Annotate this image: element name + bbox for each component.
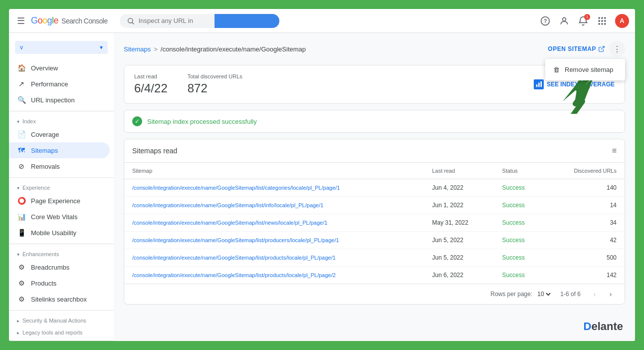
sidebar-item-breadcrumbs[interactable]: ⚙ Breadcrumbs — [9, 259, 110, 275]
sidebar-label-products: Products — [31, 280, 56, 287]
experience-arrow: ▾ — [17, 185, 19, 191]
col-discovered-urls: Discovered URLs — [546, 163, 625, 179]
sidebar-divider-5 — [9, 341, 114, 341]
see-index-coverage-button[interactable]: SEE INDEX COVERAGE — [534, 79, 615, 89]
table-row: /console/integration/execute/name/Google… — [124, 267, 625, 284]
breadcrumb-parent-link[interactable]: Sitemaps — [124, 45, 151, 53]
sidebar-section-enhancements[interactable]: ▾ Enhancements — [9, 247, 114, 259]
sidebar-item-coverage[interactable]: 📄 Coverage — [9, 126, 110, 142]
last-read-cell: Jun 5, 2022 — [424, 232, 494, 249]
sidebar-item-core-web-vitals[interactable]: 📊 Core Web Vitals — [9, 209, 110, 225]
sidebar-label-core-web-vitals: Core Web Vitals — [31, 213, 77, 221]
search-bar[interactable] — [120, 14, 279, 28]
next-page-button[interactable]: › — [605, 288, 617, 300]
main-layout: v ▾ 🏠 Overview ↗ Performance 🔍 URL inspe… — [9, 33, 635, 341]
more-options-button[interactable]: ⋮ 🗑 Remove sitemap — [609, 41, 625, 57]
products-icon: ⚙ — [17, 279, 26, 287]
sidebar-section-experience[interactable]: ▾ Experience — [9, 181, 114, 193]
sidebar-item-url-inspection[interactable]: 🔍 URL inspection — [9, 92, 110, 108]
topbar-actions: ? 1 A — [539, 14, 629, 28]
cwv-icon: 📊 — [17, 213, 26, 221]
notifications-icon[interactable]: 1 — [577, 15, 589, 27]
sitemap-cell: /console/integration/execute/name/Google… — [124, 232, 424, 249]
apps-icon[interactable] — [596, 15, 608, 27]
urls-cell: 500 — [546, 249, 625, 267]
pagination: ‹ › — [589, 288, 617, 300]
last-read-cell: Jun 1, 2022 — [424, 197, 494, 214]
svg-point-4 — [563, 17, 566, 21]
remove-sitemap-option[interactable]: 🗑 Remove sitemap — [545, 61, 625, 78]
col-sitemap: Sitemap — [124, 163, 424, 179]
mobile-icon: 📱 — [17, 229, 26, 237]
sidebar-divider-4 — [9, 310, 114, 311]
security-arrow: ▸ — [17, 318, 19, 324]
sidebar-item-page-experience[interactable]: ⭕ Page Experience — [9, 193, 110, 209]
sidebar-item-mobile-usability[interactable]: 📱 Mobile Usability — [9, 225, 110, 241]
user-avatar[interactable]: A — [615, 14, 629, 28]
sidebar-item-performance[interactable]: ↗ Performance — [9, 76, 110, 92]
page-exp-icon: ⭕ — [17, 197, 26, 205]
table-header: Sitemaps read ≡ — [124, 139, 625, 163]
svg-rect-7 — [604, 17, 606, 18]
sidebar-item-products[interactable]: ⚙ Products — [9, 275, 110, 291]
sidebar-section-legacy[interactable]: ▸ Legacy tools and reports — [9, 326, 114, 338]
breadcrumb-current: /console/integration/execute/name/Google… — [161, 45, 306, 53]
sitemaps-table: Sitemap Last read Status Discovered URLs… — [124, 163, 625, 284]
rows-per-page-select[interactable]: 10 25 50 — [535, 290, 552, 298]
svg-line-1 — [132, 22, 134, 24]
breadcrumb-path: Sitemaps > /console/integration/execute/… — [124, 45, 306, 53]
app-title: Search Console — [61, 17, 108, 25]
sidebar-section-index[interactable]: ▾ Index — [9, 114, 114, 126]
status-cell: Success — [494, 179, 546, 197]
svg-rect-12 — [601, 23, 603, 24]
sidebar-label-sitelinks: Sitelinks searchbox — [31, 296, 87, 303]
sidebar-item-removals[interactable]: ⊘ Removals — [9, 158, 110, 174]
sidebar-item-overview[interactable]: 🏠 Overview — [9, 60, 110, 76]
sidebar-label-breadcrumbs: Breadcrumbs — [31, 264, 69, 271]
svg-rect-17 — [540, 81, 542, 87]
prev-page-button[interactable]: ‹ — [589, 288, 601, 300]
sidebar-label-coverage: Coverage — [31, 131, 59, 138]
enhancements-section-label: Enhancements — [22, 251, 59, 257]
svg-rect-16 — [538, 83, 540, 87]
three-dots-icon: ⋮ — [613, 44, 621, 54]
rows-per-page-label: Rows per page: — [490, 291, 532, 298]
table-row: /console/integration/execute/name/Google… — [124, 249, 625, 267]
sidebar-label-mobile-usability: Mobile Usability — [31, 229, 76, 237]
sidebar-section-security[interactable]: ▸ Security & Manual Actions — [9, 314, 114, 326]
breadcrumb: Sitemaps > /console/integration/execute/… — [124, 41, 625, 57]
url-inspect-icon: 🔍 — [17, 96, 26, 104]
sidebar-item-sitelinks[interactable]: ⚙ Sitelinks searchbox — [9, 291, 110, 307]
sidebar-label-page-experience: Page Experience — [31, 197, 80, 205]
rows-per-page: Rows per page: 10 25 50 — [490, 290, 552, 298]
filter-icon[interactable]: ≡ — [612, 146, 617, 155]
sitemap-cell: /console/integration/execute/name/Google… — [124, 197, 424, 214]
account-icon[interactable] — [558, 15, 570, 27]
sidebar-divider-2 — [9, 177, 114, 178]
experience-section-label: Experience — [22, 185, 50, 191]
sidebar-label-overview: Overview — [31, 64, 58, 72]
sitemap-cell: /console/integration/execute/name/Google… — [124, 214, 424, 232]
property-selector[interactable]: v ▾ — [15, 41, 108, 54]
svg-rect-11 — [599, 23, 600, 24]
trash-icon: 🗑 — [553, 66, 560, 73]
content-area: Sitemaps > /console/integration/execute/… — [114, 33, 635, 341]
index-arrow: ▾ — [17, 119, 19, 124]
google-logo: Google Search Console — [31, 15, 108, 26]
breadcrumbs-icon: ⚙ — [17, 263, 26, 271]
sidebar-label-removals: Removals — [31, 163, 60, 170]
svg-rect-10 — [604, 20, 606, 21]
sidebar-item-sitemaps[interactable]: 🗺 Sitemaps — [9, 142, 110, 158]
success-message: ✓ Sitemap index processed successfully — [124, 110, 625, 133]
total-urls-stat: Total discovered URLs 872 — [188, 73, 242, 95]
open-sitemap-button[interactable]: OPEN SITEMAP — [548, 45, 605, 52]
coverage-icon: 📄 — [17, 130, 26, 138]
svg-line-14 — [601, 46, 604, 49]
table-row: /console/integration/execute/name/Google… — [124, 197, 625, 214]
sidebar-divider-1 — [9, 111, 114, 111]
svg-rect-9 — [601, 20, 603, 21]
search-input[interactable] — [139, 17, 214, 24]
hamburger-icon[interactable]: ☰ — [15, 13, 27, 28]
help-icon[interactable]: ? — [539, 15, 551, 27]
table-footer: Rows per page: 10 25 50 1-6 of 6 ‹ › — [124, 284, 625, 304]
